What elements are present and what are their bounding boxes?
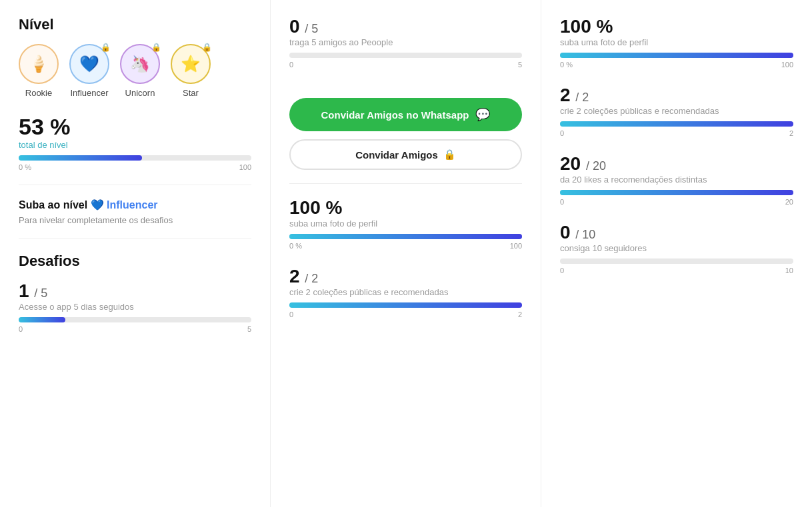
- c3-c1-bar: [560, 53, 793, 58]
- challenge-invite-friends: 0 / 5 traga 5 amigos ao Peoople 0 5: [289, 16, 522, 69]
- c3-c4-desc: consiga 10 seguidores: [560, 243, 793, 253]
- column-stats: 100 % suba uma foto de perfil 0 % 100 2 …: [541, 0, 812, 507]
- divider-c2: [289, 183, 522, 184]
- challenge-photo-c3: 100 % suba uma foto de perfil 0 % 100: [560, 16, 793, 69]
- divider-2: [19, 239, 251, 239]
- c3-c3-desc: da 20 likes a recomendações distintas: [560, 175, 793, 185]
- rookie-emoji: 🍦: [29, 55, 49, 73]
- total-label: total de nível: [19, 140, 251, 150]
- c3-c4-value: 0 / 10: [560, 222, 793, 243]
- badge-label-influencer: Influencer: [70, 88, 108, 98]
- c2-c3-fill: [289, 302, 522, 308]
- c3-c3-labels: 0 20: [560, 198, 793, 206]
- badge-label-unicorn: Unicorn: [125, 88, 155, 98]
- column-invites: 0 / 5 traga 5 amigos ao Peoople 0 5 Conv…: [271, 0, 541, 507]
- influencer-link: 💙 Influencer: [91, 199, 158, 211]
- desafios-title: Desafios: [19, 253, 251, 270]
- challenge1-value: 1 / 5: [19, 280, 251, 302]
- invite-friends-button[interactable]: Convidar Amigos 🔒: [289, 139, 522, 170]
- total-bar-labels: 0 % 100: [19, 163, 251, 171]
- c3-c4-labels: 0 10: [560, 266, 793, 274]
- challenge-photo-c2: 100 % suba uma foto de perfil 0 % 100: [289, 197, 522, 250]
- badges-row: 🍦 Rookie 💙 🔒 Influencer 🦄 🔒 Unicorn: [19, 44, 251, 98]
- challenge-followers-c3: 0 / 10 consiga 10 seguidores 0 10: [560, 222, 793, 274]
- lock-icon-star: 🔒: [202, 43, 212, 52]
- lock-invite-icon: 🔒: [443, 149, 456, 161]
- c3-c2-desc: crie 2 coleções públicas e recomendadas: [560, 106, 793, 116]
- c2-c2-desc: suba uma foto de perfil: [289, 219, 522, 229]
- total-progress-bar: [19, 155, 251, 161]
- total-percent: 53 %: [19, 114, 251, 140]
- badge-unicorn: 🦄 🔒 Unicorn: [120, 44, 160, 98]
- c3-c2-bar: [560, 121, 793, 127]
- challenge-collections-c2: 2 / 2 crie 2 coleções públicas e recomen…: [289, 266, 522, 318]
- c3-c3-value: 20 / 20: [560, 153, 793, 175]
- c3-c1-value: 100 %: [560, 16, 793, 37]
- c3-c3-fill: [560, 190, 793, 195]
- badge-label-star: Star: [183, 88, 199, 98]
- whatsapp-invite-button[interactable]: Convidar Amigos no Whatsapp 💬: [289, 98, 522, 131]
- c2-c2-fill: [289, 234, 522, 239]
- spacer: [289, 85, 522, 98]
- badge-circle-star: ⭐ 🔒: [171, 44, 211, 84]
- c3-c1-labels: 0 % 100: [560, 61, 793, 69]
- challenge-days: 1 / 5 Acesse o app 5 dias seguidos 0 5: [19, 280, 251, 333]
- c3-c1-fill: [560, 53, 793, 58]
- influencer-emoji: 💙: [79, 55, 99, 73]
- whatsapp-icon: 💬: [475, 107, 490, 122]
- c3-c2-value: 2 / 2: [560, 85, 793, 106]
- badge-star: ⭐ 🔒 Star: [171, 44, 211, 98]
- suba-desc: Para nivelar completamente os desafios: [19, 215, 251, 225]
- challenge1-fill: [19, 317, 65, 322]
- column-nivel: Nível 🍦 Rookie 💙 🔒 Influencer 🦄: [0, 0, 271, 507]
- challenge1-desc: Acesse o app 5 dias seguidos: [19, 302, 251, 312]
- total-bar-max: 100: [239, 163, 251, 171]
- total-progress-fill: [19, 155, 142, 161]
- c3-c4-bar: [560, 258, 793, 264]
- challenge1-bar: [19, 317, 251, 322]
- badge-circle-influencer: 💙 🔒: [69, 44, 109, 84]
- total-nivel-block: 53 % total de nível 0 % 100: [19, 114, 251, 171]
- star-emoji: ⭐: [181, 55, 201, 73]
- badge-circle-unicorn: 🦄 🔒: [120, 44, 160, 84]
- c2-c2-bar: [289, 234, 522, 239]
- lock-icon-influencer: 🔒: [101, 43, 111, 52]
- c2-c3-labels: 0 2: [289, 310, 522, 318]
- c2-c3-bar: [289, 302, 522, 308]
- c3-c3-bar: [560, 190, 793, 195]
- c2-c2-value: 100 %: [289, 197, 522, 219]
- c2-c1-bar: [289, 53, 522, 58]
- suba-title: Suba ao nível 💙 Influencer: [19, 199, 251, 211]
- c3-c2-labels: 0 2: [560, 129, 793, 137]
- badge-circle-rookie: 🍦: [19, 44, 59, 84]
- suba-block: Suba ao nível 💙 Influencer Para nivelar …: [19, 199, 251, 225]
- challenge1-labels: 0 5: [19, 325, 251, 333]
- unicorn-emoji: 🦄: [130, 55, 150, 73]
- c2-c1-desc: traga 5 amigos ao Peoople: [289, 37, 522, 47]
- c3-c2-fill: [560, 121, 793, 127]
- badge-influencer: 💙 🔒 Influencer: [69, 44, 109, 98]
- c2-c3-desc: crie 2 coleções públicas e recomendadas: [289, 287, 522, 297]
- total-bar-min: 0 %: [19, 163, 31, 171]
- c2-c1-labels: 0 5: [289, 61, 522, 69]
- c2-c3-value: 2 / 2: [289, 266, 522, 287]
- c2-c1-value: 0 / 5: [289, 16, 522, 37]
- nivel-title: Nível: [19, 16, 251, 33]
- badge-rookie: 🍦 Rookie: [19, 44, 59, 98]
- challenge-collections-c3: 2 / 2 crie 2 coleções públicas e recomen…: [560, 85, 793, 137]
- divider-1: [19, 185, 251, 185]
- c2-c2-labels: 0 % 100: [289, 242, 522, 250]
- lock-icon-unicorn: 🔒: [151, 43, 161, 52]
- c3-c1-desc: suba uma foto de perfil: [560, 37, 793, 47]
- badge-label-rookie: Rookie: [25, 88, 52, 98]
- challenge-likes-c3: 20 / 20 da 20 likes a recomendações dist…: [560, 153, 793, 206]
